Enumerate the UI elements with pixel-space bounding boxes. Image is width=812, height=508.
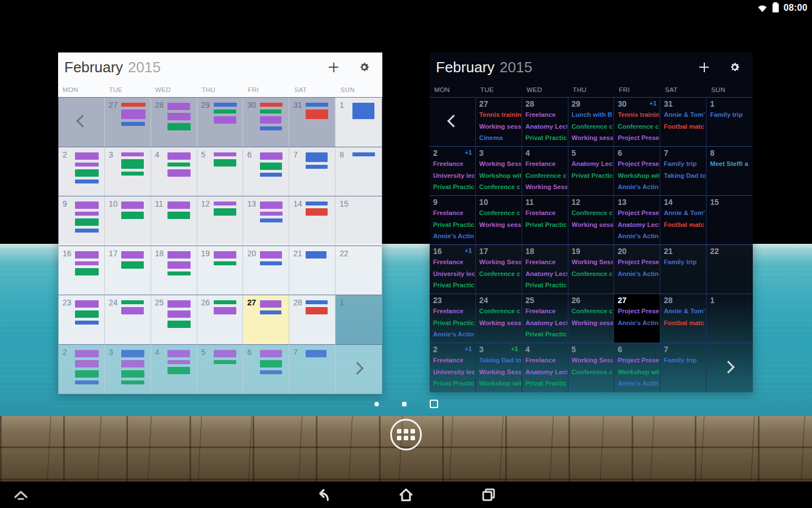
day-cell[interactable]: 6Project PreseWorkshop witAnnie's Actin [614, 147, 660, 196]
day-cell[interactable]: 15 [707, 196, 753, 245]
day-cell[interactable]: 17Working SessConference c [476, 245, 522, 294]
day-cell[interactable]: 28 [289, 295, 336, 345]
day-cell[interactable]: 6 [243, 147, 289, 197]
day-cell[interactable]: 8Meet Steffi a [707, 147, 753, 196]
day-cell[interactable]: 5Working SessConference c [568, 343, 615, 392]
app-drawer-button[interactable] [390, 419, 422, 450]
day-cell[interactable]: 27 [105, 98, 151, 147]
chevron-up-icon[interactable] [12, 487, 29, 503]
day-cell[interactable]: 7Family trip [660, 343, 707, 392]
day-cell[interactable]: 21Family trip [660, 245, 707, 294]
day-cell[interactable]: 23 [59, 295, 105, 345]
day-cell[interactable]: 2+1FreelanceUniversity lecPrivat Practic [430, 147, 476, 196]
day-cell[interactable]: 11 [151, 196, 197, 246]
day-cell[interactable]: 9FreelancePrivat PracticAnnie's Actin [430, 196, 476, 245]
day-cell[interactable]: 24 [105, 295, 151, 345]
day-cell[interactable]: 29 [197, 98, 244, 147]
day-cell[interactable]: 30+1Tennis traininConference cProject Pr… [614, 98, 660, 147]
day-cell[interactable]: 3+1Taking Dad toWorking SessWorkshop wit [476, 343, 522, 392]
day-cell[interactable]: 8 [336, 147, 382, 197]
day-cell[interactable]: 4 [151, 345, 197, 395]
day-cell[interactable]: 9 [59, 196, 105, 246]
day-cell[interactable]: 30 [243, 98, 289, 147]
day-cell[interactable]: 19 [197, 246, 244, 296]
event-bar [214, 116, 236, 124]
event-list: Project PreseAnatomy LectAnnie's Actin [617, 207, 659, 242]
day-cell[interactable]: 27Tennis traininWorking sessCinema [476, 98, 522, 147]
recents-button[interactable] [480, 487, 497, 503]
day-cell[interactable]: 5 [197, 345, 244, 395]
day-cell[interactable]: 13 [243, 196, 289, 246]
day-cell[interactable]: 22 [707, 245, 753, 294]
day-cell[interactable]: 27 [243, 295, 289, 345]
day-cell[interactable]: 14Annie & Tom'Footbal matc [660, 196, 707, 245]
day-cell[interactable]: 20Project PreseAnnie's Actin [614, 245, 660, 294]
day-cell[interactable]: 10Conference cWorking sess [476, 196, 522, 245]
prev-month-cell[interactable] [430, 98, 476, 147]
day-cell[interactable]: 31 [289, 98, 336, 147]
day-cell[interactable]: 7 [289, 147, 336, 197]
next-month-cell[interactable] [707, 343, 753, 392]
home-button[interactable] [398, 487, 414, 503]
page-indicator-dot[interactable] [402, 402, 407, 406]
day-cell[interactable]: 20 [243, 246, 289, 296]
add-event-icon[interactable] [699, 63, 709, 72]
day-cell[interactable]: 2 [59, 147, 105, 197]
day-cell[interactable]: 5Anatomy LectPrivat Practic [568, 147, 615, 196]
day-cell[interactable]: 6Project PreseWorkshop witAnnie's Actin [614, 343, 660, 392]
day-cell[interactable]: 19Working SessConference c [568, 245, 615, 294]
day-cell[interactable]: 25 [151, 295, 197, 345]
day-cell[interactable]: 1 [707, 294, 753, 343]
settings-gear-icon[interactable] [729, 62, 740, 73]
day-cell[interactable]: 16+1FreelanceUniversity lecPrivat Practi… [430, 245, 476, 294]
day-cell[interactable]: 26 [197, 295, 244, 345]
day-cell[interactable]: 7Family tripTaking Dad to [660, 147, 707, 196]
day-cell[interactable]: 18FreelanceAnatomy LectPrivat Practic [522, 245, 568, 294]
day-cell[interactable]: 21 [289, 246, 336, 296]
day-cell[interactable]: 15 [336, 196, 382, 246]
page-indicator-dot[interactable] [430, 400, 438, 408]
day-cell[interactable]: 12Conference cWorking sess [568, 196, 615, 245]
day-cell[interactable]: 6 [243, 345, 289, 395]
day-cell[interactable]: 28 [151, 98, 197, 147]
day-cell[interactable]: 4 [151, 147, 197, 197]
day-cell[interactable]: 14 [289, 196, 336, 246]
day-cell[interactable]: 17 [105, 246, 151, 296]
day-cell[interactable]: 4FreelanceConference cWorking Sess [522, 147, 568, 196]
day-cell[interactable]: 12 [197, 196, 244, 246]
day-cell[interactable]: 13Project PreseAnatomy LectAnnie's Actin [614, 196, 660, 245]
day-cell[interactable]: 26Conference cWorking sess [568, 294, 615, 343]
day-cell[interactable]: 16 [59, 246, 105, 296]
day-cell[interactable]: 3 [105, 147, 151, 197]
day-cell[interactable]: 27Project PreseAnnie's Actin [614, 294, 660, 343]
day-cell[interactable]: 29Lunch with BConference cWorking sess [568, 98, 615, 147]
settings-gear-icon[interactable] [359, 62, 370, 73]
next-month-cell[interactable] [336, 345, 382, 395]
event-label: Privat Practic [526, 329, 567, 340]
day-cell[interactable]: 2 [59, 345, 105, 395]
prev-month-cell[interactable] [59, 98, 105, 147]
day-cell[interactable]: 24Conference cWorking sess [476, 294, 522, 343]
page-indicator-dot[interactable] [374, 402, 379, 406]
day-cell[interactable]: 31Annie & Tom'Footbal matc [660, 98, 707, 147]
day-cell[interactable]: 22 [336, 246, 382, 296]
day-cell[interactable]: 11FreelancePrivat Practic [522, 196, 568, 245]
day-cell[interactable]: 25FreelanceAnatomy LectPrivat Practic [522, 294, 568, 343]
day-cell[interactable]: 28Annie & Tom'Footbal matc [660, 294, 707, 343]
day-cell[interactable]: 18 [151, 246, 197, 296]
day-cell[interactable]: 23FreelancePrivat PracticAnnie's Actin [430, 294, 476, 343]
event-bar [214, 103, 237, 107]
day-cell[interactable]: 4FreelanceAnatomy LectPrivat Practic [522, 343, 568, 392]
back-button[interactable] [315, 487, 332, 503]
add-event-icon[interactable] [329, 63, 338, 72]
day-cell[interactable]: 1 [336, 98, 382, 147]
day-cell[interactable]: 5 [197, 147, 244, 197]
day-cell[interactable]: 28FreelanceAnatomy LectPrivat Practic [522, 98, 568, 147]
day-cell[interactable]: 7 [289, 345, 336, 395]
day-cell[interactable]: 1Family trip [707, 98, 753, 147]
day-cell[interactable]: 2+1FreelanceUniversity lecPrivat Practic [430, 343, 476, 392]
day-cell[interactable]: 1 [336, 295, 382, 345]
day-cell[interactable]: 3Working SessWorkshop witConference c [476, 147, 522, 196]
day-cell[interactable]: 3 [105, 345, 151, 395]
day-cell[interactable]: 10 [105, 196, 151, 246]
